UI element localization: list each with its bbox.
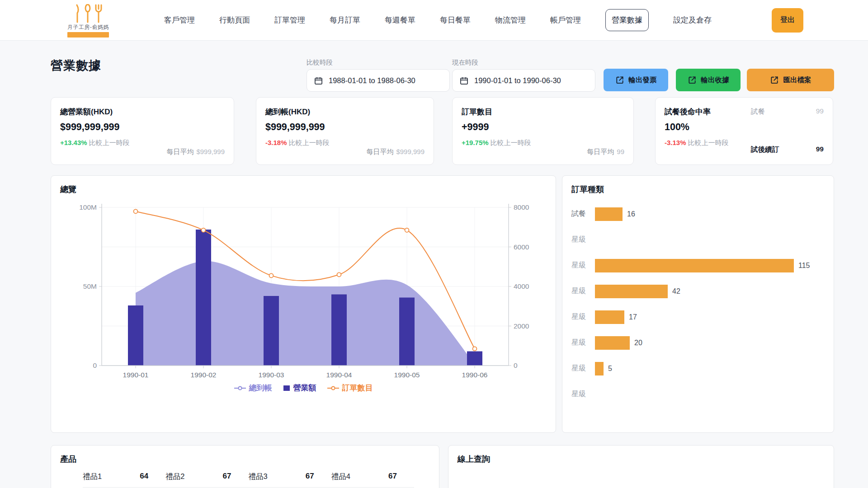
legend-line-marker — [234, 385, 246, 391]
nav-item-0[interactable]: 客戶管理 — [164, 15, 195, 25]
order-type-row-5: 星級20 — [571, 330, 825, 356]
nav-item-3[interactable]: 每月訂單 — [330, 15, 360, 25]
order-type-bar — [595, 207, 623, 221]
order-type-value: 115 — [798, 262, 810, 270]
nav-item-5[interactable]: 每日餐單 — [440, 15, 471, 25]
stat-daily-average: 每日平均$999,999 — [166, 148, 225, 156]
products-panel: 產品 禮品164禮品267禮品367禮品467 — [51, 445, 439, 488]
order-type-label: 星級 — [571, 235, 595, 244]
overview-chart-panel: 總覽 050M100M020004000600080001990-011990-… — [51, 175, 556, 433]
nav-item-1[interactable]: 行動頁面 — [219, 15, 250, 25]
svg-text:1990-05: 1990-05 — [394, 371, 420, 379]
current-period-picker: 現在時段 1990-01-01 to 1990-06-30 — [452, 58, 595, 92]
current-period-input[interactable]: 1990-01-01 to 1990-06-30 — [452, 69, 595, 92]
product-item-1: 禮品267 — [165, 472, 243, 482]
online-inquiry-panel: 線上查詢 — [448, 445, 834, 488]
order-types-panel: 訂單種類 試餐16星級星級115星級42星級17星級20星級5星級 — [562, 175, 834, 433]
order-type-label: 星級 — [571, 389, 595, 399]
order-type-bar — [595, 285, 668, 298]
overview-title: 總覽 — [51, 176, 556, 195]
product-label: 禮品3 — [249, 472, 268, 482]
nav-item-4[interactable]: 每週餐單 — [385, 15, 415, 25]
export-receipt-button[interactable]: 輸出收據 — [676, 69, 741, 91]
compare-period-picker: 比較時段 1988-01-01 to 1988-06-30 — [307, 58, 450, 92]
current-period-label: 現在時段 — [452, 58, 595, 67]
calendar-icon — [460, 76, 468, 85]
brand-logo[interactable]: 月子工房-俞媽媽 — [66, 4, 111, 38]
export-icon — [770, 75, 779, 84]
stat-value: +9999 — [462, 122, 624, 133]
legend-line-marker — [327, 385, 339, 391]
nav-item-8[interactable]: 營業數據 — [605, 9, 649, 31]
nav-item-9[interactable]: 設定及倉存 — [673, 15, 712, 25]
nav-item-2[interactable]: 訂單管理 — [274, 15, 305, 25]
svg-text:1990-04: 1990-04 — [326, 371, 352, 379]
order-type-value: 42 — [672, 287, 680, 296]
order-types-chart: 試餐16星級星級115星級42星級17星級20星級5星級 — [571, 201, 825, 407]
svg-text:8000: 8000 — [514, 203, 529, 211]
chart-legend: 總到帳營業額訂單數目 — [51, 383, 556, 393]
order-type-value: 20 — [634, 339, 642, 347]
compare-period-input[interactable]: 1988-01-01 to 1988-06-30 — [307, 69, 450, 92]
export-file-button[interactable]: 匯出檔案 — [747, 69, 834, 91]
stat-card-total-revenue: 總營業額(HKD) $999,999,999 +13.43% 比較上一時段 每日… — [51, 97, 234, 165]
online-inquiry-title: 線上查詢 — [448, 446, 834, 465]
legend-item-總到帳[interactable]: 總到帳 — [234, 383, 272, 393]
order-type-row-0: 試餐16 — [571, 201, 825, 227]
order-type-label: 星級 — [571, 312, 595, 322]
svg-text:2000: 2000 — [514, 322, 529, 330]
nav-item-6[interactable]: 物流管理 — [495, 15, 526, 25]
current-period-value: 1990-01-01 to 1990-06-30 — [474, 76, 561, 85]
export-file-label: 匯出檔案 — [783, 75, 811, 85]
order-type-row-1: 星級 — [571, 227, 825, 253]
order-type-row-3: 星級42 — [571, 278, 825, 304]
legend-item-營業額[interactable]: 營業額 — [283, 383, 316, 393]
order-types-title: 訂單種類 — [562, 176, 834, 195]
stat-card-trial-hit-rate: 試餐後命中率 100% -3.13% 比較上一時段 試餐99 試後續訂99 — [655, 97, 833, 165]
stat-card-order-count: 訂單數目 +9999 +19.75% 比較上一時段 每日平均99 — [452, 97, 634, 165]
nav-menu: 客戶管理行動頁面訂單管理每月訂單每週餐單每日餐單物流管理帳戶管理營業數據設定及倉… — [164, 9, 712, 31]
compare-period-label: 比較時段 — [307, 58, 450, 67]
products-title: 產品 — [51, 446, 439, 465]
order-type-row-6: 星級5 — [571, 356, 825, 381]
order-type-label: 星級 — [571, 364, 595, 373]
legend-item-訂單數目[interactable]: 訂單數目 — [327, 383, 373, 393]
brand-banner — [67, 32, 109, 38]
export-icon — [615, 75, 624, 84]
stat-title: 訂單數目 — [462, 107, 624, 117]
product-value: 67 — [223, 472, 231, 482]
svg-text:1990-03: 1990-03 — [259, 371, 284, 379]
cutlery-icon — [71, 4, 106, 23]
brand-name: 月子工房-俞媽媽 — [67, 23, 109, 31]
stat-daily-average: 每日平均99 — [587, 148, 624, 156]
logout-button[interactable]: 登出 — [772, 8, 803, 33]
product-value: 67 — [388, 472, 397, 482]
overview-combo-chart: 050M100M020004000600080001990-011990-021… — [57, 197, 556, 381]
stat-value: 100% — [665, 122, 824, 133]
stat-change: +19.75% 比較上一時段 — [462, 139, 624, 147]
svg-text:4000: 4000 — [514, 282, 529, 290]
order-type-value: 17 — [629, 313, 637, 321]
product-label: 禮品1 — [83, 472, 102, 482]
svg-text:0: 0 — [93, 361, 97, 369]
product-item-0: 禮品164 — [83, 472, 160, 482]
page-title: 營業數據 — [51, 57, 101, 74]
svg-text:1990-06: 1990-06 — [462, 371, 488, 379]
trial-renewal-row: 試後續訂99 — [751, 145, 824, 155]
stat-daily-average: 每日平均$999,999 — [366, 148, 425, 156]
stat-title: 總營業額(HKD) — [60, 107, 225, 117]
product-item-2: 禮品367 — [249, 472, 326, 482]
export-receipt-label: 輸出收據 — [701, 75, 729, 85]
trial-count-row: 試餐99 — [751, 107, 824, 117]
stat-card-total-received: 總到帳(HKD) $999,999,999 -3.18% 比較上一時段 每日平均… — [256, 97, 434, 165]
product-label: 禮品4 — [331, 472, 350, 482]
order-type-bar — [595, 362, 604, 375]
order-type-label: 星級 — [571, 338, 595, 347]
export-invoice-button[interactable]: 輸出發票 — [604, 69, 668, 91]
order-type-bar — [595, 310, 624, 324]
nav-item-7[interactable]: 帳戶管理 — [550, 15, 581, 25]
stat-value: $999,999,999 — [60, 122, 225, 133]
export-invoice-label: 輸出發票 — [629, 75, 657, 85]
stat-title: 總到帳(HKD) — [265, 107, 425, 117]
order-type-label: 星級 — [571, 286, 595, 296]
